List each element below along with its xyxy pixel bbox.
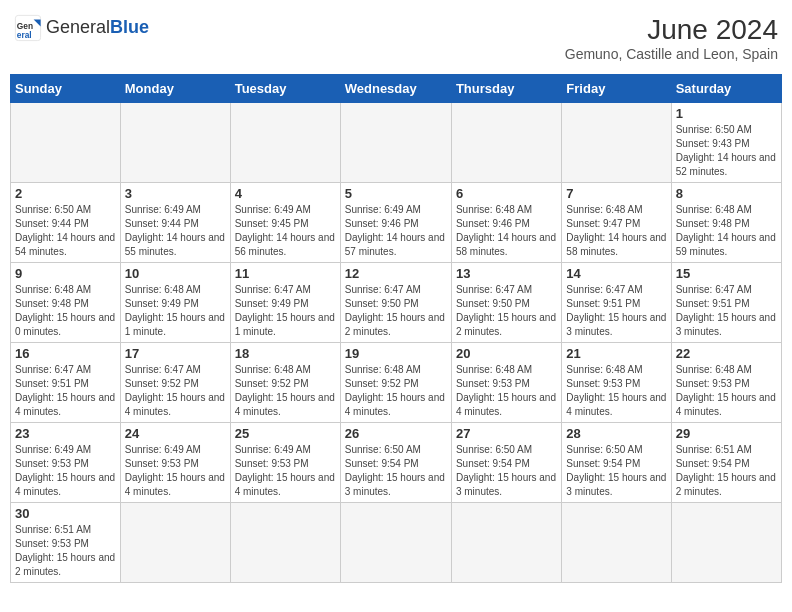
day-number: 6: [456, 186, 557, 201]
day-info: Sunrise: 6:47 AM Sunset: 9:51 PM Dayligh…: [676, 283, 777, 339]
svg-text:eral: eral: [17, 30, 32, 40]
day-info: Sunrise: 6:50 AM Sunset: 9:54 PM Dayligh…: [566, 443, 666, 499]
day-info: Sunrise: 6:49 AM Sunset: 9:46 PM Dayligh…: [345, 203, 447, 259]
calendar-cell: 11Sunrise: 6:47 AM Sunset: 9:49 PM Dayli…: [230, 263, 340, 343]
day-info: Sunrise: 6:48 AM Sunset: 9:47 PM Dayligh…: [566, 203, 666, 259]
day-number: 21: [566, 346, 666, 361]
calendar-cell: 23Sunrise: 6:49 AM Sunset: 9:53 PM Dayli…: [11, 423, 121, 503]
calendar-cell: 2Sunrise: 6:50 AM Sunset: 9:44 PM Daylig…: [11, 183, 121, 263]
calendar-week-row: 2Sunrise: 6:50 AM Sunset: 9:44 PM Daylig…: [11, 183, 782, 263]
day-info: Sunrise: 6:49 AM Sunset: 9:53 PM Dayligh…: [15, 443, 116, 499]
month-title: June 2024: [565, 14, 778, 46]
calendar-cell: 27Sunrise: 6:50 AM Sunset: 9:54 PM Dayli…: [451, 423, 561, 503]
day-number: 22: [676, 346, 777, 361]
calendar-cell: [11, 103, 121, 183]
calendar-week-row: 23Sunrise: 6:49 AM Sunset: 9:53 PM Dayli…: [11, 423, 782, 503]
day-info: Sunrise: 6:49 AM Sunset: 9:45 PM Dayligh…: [235, 203, 336, 259]
day-info: Sunrise: 6:48 AM Sunset: 9:53 PM Dayligh…: [456, 363, 557, 419]
calendar-cell: 24Sunrise: 6:49 AM Sunset: 9:53 PM Dayli…: [120, 423, 230, 503]
calendar-cell: 25Sunrise: 6:49 AM Sunset: 9:53 PM Dayli…: [230, 423, 340, 503]
calendar-cell: 30Sunrise: 6:51 AM Sunset: 9:53 PM Dayli…: [11, 503, 121, 583]
day-number: 20: [456, 346, 557, 361]
calendar-day-header: Thursday: [451, 75, 561, 103]
day-info: Sunrise: 6:48 AM Sunset: 9:52 PM Dayligh…: [345, 363, 447, 419]
calendar-cell: 14Sunrise: 6:47 AM Sunset: 9:51 PM Dayli…: [562, 263, 671, 343]
calendar-cell: [451, 503, 561, 583]
day-info: Sunrise: 6:50 AM Sunset: 9:43 PM Dayligh…: [676, 123, 777, 179]
day-number: 16: [15, 346, 116, 361]
calendar-cell: [340, 103, 451, 183]
calendar-cell: [671, 503, 781, 583]
day-number: 29: [676, 426, 777, 441]
calendar-cell: 22Sunrise: 6:48 AM Sunset: 9:53 PM Dayli…: [671, 343, 781, 423]
calendar-cell: 6Sunrise: 6:48 AM Sunset: 9:46 PM Daylig…: [451, 183, 561, 263]
day-number: 1: [676, 106, 777, 121]
day-number: 8: [676, 186, 777, 201]
calendar-header-row: SundayMondayTuesdayWednesdayThursdayFrid…: [11, 75, 782, 103]
day-number: 23: [15, 426, 116, 441]
day-number: 19: [345, 346, 447, 361]
calendar-cell: 16Sunrise: 6:47 AM Sunset: 9:51 PM Dayli…: [11, 343, 121, 423]
day-number: 30: [15, 506, 116, 521]
day-info: Sunrise: 6:51 AM Sunset: 9:53 PM Dayligh…: [15, 523, 116, 579]
day-info: Sunrise: 6:48 AM Sunset: 9:53 PM Dayligh…: [566, 363, 666, 419]
day-number: 4: [235, 186, 336, 201]
calendar-cell: 26Sunrise: 6:50 AM Sunset: 9:54 PM Dayli…: [340, 423, 451, 503]
calendar-cell: 3Sunrise: 6:49 AM Sunset: 9:44 PM Daylig…: [120, 183, 230, 263]
calendar-cell: [562, 503, 671, 583]
calendar-cell: 15Sunrise: 6:47 AM Sunset: 9:51 PM Dayli…: [671, 263, 781, 343]
day-number: 27: [456, 426, 557, 441]
day-info: Sunrise: 6:49 AM Sunset: 9:44 PM Dayligh…: [125, 203, 226, 259]
calendar-day-header: Tuesday: [230, 75, 340, 103]
calendar-cell: 12Sunrise: 6:47 AM Sunset: 9:50 PM Dayli…: [340, 263, 451, 343]
day-number: 5: [345, 186, 447, 201]
day-number: 28: [566, 426, 666, 441]
day-number: 3: [125, 186, 226, 201]
day-info: Sunrise: 6:48 AM Sunset: 9:49 PM Dayligh…: [125, 283, 226, 339]
logo-icon: Gen eral: [14, 14, 42, 42]
day-info: Sunrise: 6:47 AM Sunset: 9:51 PM Dayligh…: [566, 283, 666, 339]
location-title: Gemuno, Castille and Leon, Spain: [565, 46, 778, 62]
day-info: Sunrise: 6:51 AM Sunset: 9:54 PM Dayligh…: [676, 443, 777, 499]
calendar-day-header: Monday: [120, 75, 230, 103]
day-info: Sunrise: 6:48 AM Sunset: 9:53 PM Dayligh…: [676, 363, 777, 419]
calendar-day-header: Wednesday: [340, 75, 451, 103]
day-info: Sunrise: 6:48 AM Sunset: 9:52 PM Dayligh…: [235, 363, 336, 419]
day-info: Sunrise: 6:49 AM Sunset: 9:53 PM Dayligh…: [125, 443, 226, 499]
calendar-week-row: 1Sunrise: 6:50 AM Sunset: 9:43 PM Daylig…: [11, 103, 782, 183]
calendar-week-row: 30Sunrise: 6:51 AM Sunset: 9:53 PM Dayli…: [11, 503, 782, 583]
day-number: 15: [676, 266, 777, 281]
calendar-cell: 4Sunrise: 6:49 AM Sunset: 9:45 PM Daylig…: [230, 183, 340, 263]
calendar-cell: 1Sunrise: 6:50 AM Sunset: 9:43 PM Daylig…: [671, 103, 781, 183]
day-info: Sunrise: 6:50 AM Sunset: 9:54 PM Dayligh…: [345, 443, 447, 499]
calendar-week-row: 16Sunrise: 6:47 AM Sunset: 9:51 PM Dayli…: [11, 343, 782, 423]
calendar-cell: 28Sunrise: 6:50 AM Sunset: 9:54 PM Dayli…: [562, 423, 671, 503]
calendar-day-header: Saturday: [671, 75, 781, 103]
day-info: Sunrise: 6:47 AM Sunset: 9:49 PM Dayligh…: [235, 283, 336, 339]
day-number: 18: [235, 346, 336, 361]
calendar-cell: 19Sunrise: 6:48 AM Sunset: 9:52 PM Dayli…: [340, 343, 451, 423]
logo: Gen eral GeneralBlue: [14, 14, 149, 42]
day-number: 24: [125, 426, 226, 441]
day-info: Sunrise: 6:47 AM Sunset: 9:51 PM Dayligh…: [15, 363, 116, 419]
page-header: Gen eral GeneralBlue June 2024 Gemuno, C…: [10, 10, 782, 66]
calendar-cell: [230, 503, 340, 583]
calendar-week-row: 9Sunrise: 6:48 AM Sunset: 9:48 PM Daylig…: [11, 263, 782, 343]
day-info: Sunrise: 6:48 AM Sunset: 9:48 PM Dayligh…: [15, 283, 116, 339]
calendar-cell: [562, 103, 671, 183]
day-info: Sunrise: 6:50 AM Sunset: 9:54 PM Dayligh…: [456, 443, 557, 499]
calendar-day-header: Friday: [562, 75, 671, 103]
calendar-cell: [230, 103, 340, 183]
calendar-cell: [120, 103, 230, 183]
day-number: 11: [235, 266, 336, 281]
day-number: 26: [345, 426, 447, 441]
calendar-cell: 10Sunrise: 6:48 AM Sunset: 9:49 PM Dayli…: [120, 263, 230, 343]
day-info: Sunrise: 6:47 AM Sunset: 9:52 PM Dayligh…: [125, 363, 226, 419]
calendar-cell: 7Sunrise: 6:48 AM Sunset: 9:47 PM Daylig…: [562, 183, 671, 263]
day-number: 17: [125, 346, 226, 361]
day-number: 2: [15, 186, 116, 201]
day-number: 25: [235, 426, 336, 441]
day-info: Sunrise: 6:48 AM Sunset: 9:48 PM Dayligh…: [676, 203, 777, 259]
day-number: 7: [566, 186, 666, 201]
calendar-cell: 21Sunrise: 6:48 AM Sunset: 9:53 PM Dayli…: [562, 343, 671, 423]
